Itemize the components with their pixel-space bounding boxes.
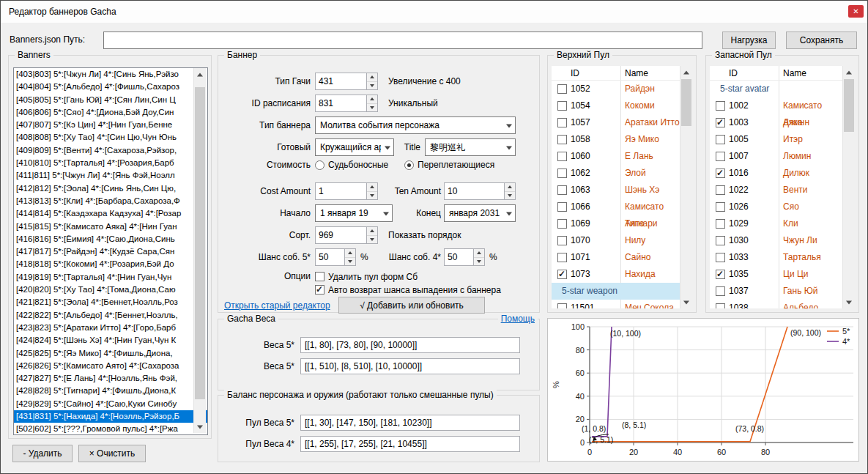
banner-list-item[interactable]: [421|821] 5*:[Эола] 4*:[Беннет,Ноэлль,Ро…: [14, 296, 207, 308]
pool-row[interactable]: 1057Аратаки Итто: [552, 114, 680, 131]
banner-list-item[interactable]: [412|812] 5*:[Эола] 4*:[Синь Янь,Син Цю,: [14, 182, 207, 195]
spinner-buttons[interactable]: [344, 249, 355, 265]
row-checkbox[interactable]: [557, 169, 567, 178]
pool-row[interactable]: 1054Кокоми: [552, 97, 680, 114]
banner-list-item[interactable]: [502|602] 5*:[???,Громовой пульс] 4*:[Рж…: [14, 423, 207, 435]
end-date-picker[interactable]: января 2031: [444, 204, 516, 222]
banner-type-combo[interactable]: Молитва события персонажа: [315, 116, 516, 134]
pool-row[interactable]: 1030Чжун Ли: [710, 232, 842, 249]
pool-row[interactable]: 1038Альбедо: [710, 300, 842, 308]
row-checkbox[interactable]: [557, 185, 567, 195]
spinner-buttons[interactable]: [366, 73, 377, 89]
row-checkbox[interactable]: [557, 101, 567, 111]
spinner-up-icon[interactable]: [367, 73, 377, 81]
pool-row[interactable]: 1073Нахида: [552, 266, 680, 283]
spinner-down-icon[interactable]: [367, 81, 377, 90]
scroll-down-icon[interactable]: [680, 296, 692, 308]
banner-list-item[interactable]: [422|822] 5*:[Альбедо] 4*:[Беннет,Ноэлль…: [14, 309, 207, 322]
row-checkbox[interactable]: [716, 118, 725, 127]
pool-row[interactable]: 1063Шэнь Хэ: [552, 182, 680, 199]
schedule-id-spinner[interactable]: 831: [315, 95, 378, 112]
spinner-down-icon[interactable]: [367, 103, 377, 112]
pool-row[interactable]: 11501Меч Сокола: [552, 300, 680, 308]
pool-row[interactable]: 1033Тарталья: [710, 249, 842, 266]
pool-row[interactable]: 1016Дилюк: [710, 165, 842, 182]
row-checkbox[interactable]: [557, 303, 567, 308]
row-checkbox[interactable]: [557, 236, 567, 245]
title-combo[interactable]: 黎明巡礼: [425, 138, 516, 156]
scrollbar-thumb[interactable]: [681, 79, 691, 126]
weights5-input[interactable]: [[1, 80], [73, 80], [90, 10000]]: [300, 337, 520, 353]
pool-row[interactable]: 1070Нилу: [552, 232, 680, 249]
spinner-up-icon[interactable]: [505, 183, 515, 191]
banner-list-item[interactable]: [410|810] 5*:[Тарталья] 4*:[Розария,Барб: [14, 157, 207, 169]
clear-banners-button[interactable]: × Очистить: [78, 445, 146, 462]
banner-list-item[interactable]: [416|816] 5*:[Ёимия] 4*:[Саю,Диона,Синь: [14, 233, 207, 245]
pool-section-row[interactable]: 5-star weapon: [552, 283, 680, 300]
row-checkbox[interactable]: [716, 169, 725, 178]
spinner-down-icon[interactable]: [345, 257, 355, 266]
prefab-combo[interactable]: Кружащийся ар: [315, 138, 394, 156]
pool-row[interactable]: 1002Камисато Аяка: [710, 97, 842, 114]
banner-list-item[interactable]: [403|803] 5*:[Чжун Ли] 4*:[Синь Янь,Рэйз…: [14, 68, 207, 81]
banner-list-item[interactable]: [427|827] 5*:[Е Лань] 4*:[Ноэлль,Янь Фэй…: [14, 372, 207, 385]
pool-row[interactable]: 1058Яэ Мико: [552, 131, 680, 148]
option-remove-pool-checkbox[interactable]: Удалить пул форм Сб: [315, 271, 418, 282]
dropdown-arrow-icon[interactable]: [502, 205, 515, 221]
row-checkbox[interactable]: [716, 286, 725, 296]
banner-list-item[interactable]: [413|813] 5*:[Кли] 4*:[Барбара,Сахароза,…: [14, 195, 207, 207]
banner-list-item[interactable]: [406|806] 5*:[Сяо] 4*:[Диона,Бэй Доу,Син: [14, 106, 207, 119]
banner-list-item[interactable]: [426|826] 5*:[Камисато Аято] 4*:[Сахароз…: [14, 360, 207, 372]
chance4-spinner[interactable]: 50: [444, 248, 485, 266]
banner-list-item[interactable]: [407|807] 5*:[Кэ Цин] 4*:[Нин Гуан,Бенне: [14, 119, 207, 131]
option-auto-return-checkbox[interactable]: Авто возврат шанса выпадения с баннера: [315, 284, 501, 295]
banner-list-item[interactable]: [419|819] 5*:[Тарталья] 4*:[Нин Гуан,Чун: [14, 271, 207, 284]
close-button[interactable]: ✕: [848, 5, 864, 18]
row-checkbox[interactable]: [557, 202, 567, 212]
pool-row[interactable]: 1026Сяо: [710, 199, 842, 215]
ten-amount-spinner[interactable]: 10: [444, 182, 516, 200]
spinner-down-icon[interactable]: [505, 191, 515, 200]
banner-list-item[interactable]: [414|814] 5*:[Каэдэхара Кадзуха] 4*:[Роз…: [14, 207, 207, 220]
spinner-buttons[interactable]: [366, 183, 377, 199]
add-update-button[interactable]: √ Добавить или обновить: [338, 297, 485, 314]
pool-row[interactable]: 1035Ци Ци: [710, 266, 842, 283]
spinner-buttons[interactable]: [366, 95, 377, 111]
pool-weights5-input[interactable]: [[1, 30], [147, 150], [181, 10230]]: [300, 415, 520, 431]
pool-weights4-input[interactable]: [[1, 255], [17, 255], [21, 10455]]: [300, 436, 520, 452]
spinner-up-icon[interactable]: [367, 183, 377, 191]
scroll-up-icon[interactable]: [194, 68, 206, 81]
pool-row[interactable]: 1052Райдэн: [552, 81, 680, 97]
open-old-editor-link[interactable]: Открыть старый редактор: [224, 300, 330, 311]
load-button[interactable]: Нагрузка: [722, 32, 776, 49]
pool-row[interactable]: 1007Люмин: [710, 148, 842, 165]
banner-list-item[interactable]: [423|823] 5*:[Аратаки Итто] 4*:[Горо,Бар…: [14, 322, 207, 334]
spinner-up-icon[interactable]: [367, 227, 377, 235]
row-checkbox[interactable]: [716, 303, 725, 308]
pool-row[interactable]: 1005Итэр: [710, 131, 842, 148]
pool-row[interactable]: 1003Джинн: [710, 114, 842, 131]
banner-list-item[interactable]: [415|815] 5*:[Камисато Аяка] 4*:[Нин Гуа…: [14, 221, 207, 233]
spinner-up-icon[interactable]: [345, 249, 355, 257]
scroll-down-icon[interactable]: [843, 296, 855, 308]
spinner-buttons[interactable]: [504, 183, 515, 199]
row-checkbox[interactable]: [716, 185, 725, 195]
row-checkbox[interactable]: [716, 253, 725, 262]
banner-list-item[interactable]: [424|824] 5*:[Шэнь Хэ] 4*:[Нин Гуан,Чун …: [14, 334, 207, 347]
scrollbar-thumb[interactable]: [844, 79, 854, 132]
upper-pool-scrollbar[interactable]: [680, 66, 692, 308]
scrollbar-thumb[interactable]: [195, 87, 205, 399]
row-checkbox[interactable]: [557, 152, 567, 161]
banner-list-item[interactable]: [408|808] 5*:[Ху Тао] 4*:[Син Цю,Чун Юнь: [14, 131, 207, 144]
row-checkbox[interactable]: [716, 219, 725, 229]
chance5-spinner[interactable]: 50: [315, 248, 356, 266]
pool-row[interactable]: 1029Кли: [710, 215, 842, 232]
banner-list-item[interactable]: [409|809] 5*:[Венти] 4*:[Сахароза,Рэйзор…: [14, 144, 207, 157]
spinner-buttons[interactable]: [366, 227, 377, 243]
row-checkbox[interactable]: [716, 270, 725, 279]
spinner-down-icon[interactable]: [474, 257, 484, 266]
pool-row[interactable]: 1062Элой: [552, 165, 680, 182]
sort-spinner[interactable]: 969: [315, 226, 378, 244]
row-checkbox[interactable]: [557, 84, 567, 94]
row-checkbox[interactable]: [716, 135, 725, 144]
